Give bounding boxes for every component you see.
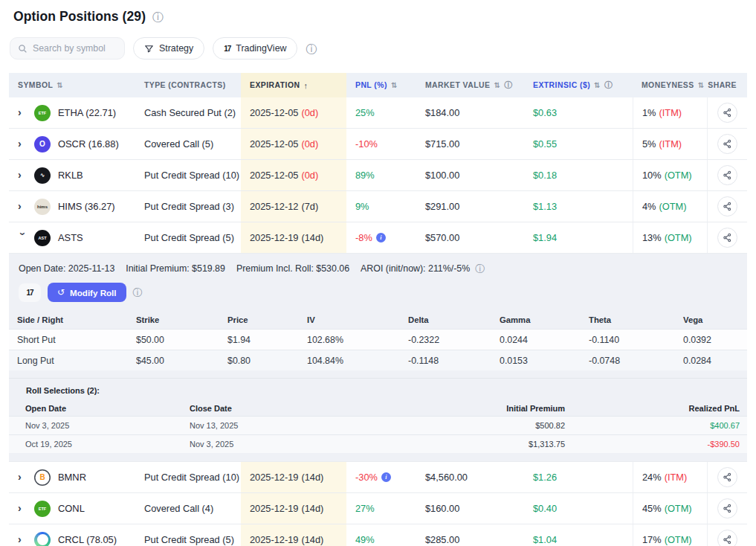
days-to-expiry: (0d)	[301, 107, 318, 118]
aroi-info-icon[interactable]: ⓘ	[475, 264, 485, 274]
tradingview-logo-icon: 17	[26, 289, 33, 297]
side-right: Long Put	[9, 356, 128, 366]
moneyness-tag: (OTM)	[665, 232, 692, 243]
table-row[interactable]: › CRCL (78.05) Put Credit Spread (5) 202…	[9, 524, 747, 546]
modify-roll-button[interactable]: ↺ Modify Roll	[48, 283, 126, 302]
share-button[interactable]	[717, 530, 737, 546]
table-header-row: SYMBOL ⇅ TYPE (CONTRACTS) EXPIRATION ↑ P…	[9, 73, 747, 97]
iv: 104.84%	[299, 356, 400, 366]
share-cell	[707, 191, 747, 222]
expiration-date: 2025-12-12	[250, 201, 298, 212]
table-row[interactable]: › B BMNR Put Credit Spread (10) 2025-12-…	[9, 462, 747, 493]
gamma: 0.0153	[491, 356, 581, 366]
legs-header-row: Side / Right Strike Price IV Delta Gamma…	[9, 310, 747, 329]
pnl-value: -10%	[355, 138, 378, 150]
pnl-cell: -8% i	[346, 222, 416, 253]
share-button[interactable]	[717, 103, 737, 123]
type-cell: Put Credit Spread (5)	[135, 222, 241, 253]
header-symbol[interactable]: SYMBOL ⇅	[9, 73, 135, 97]
expand-chevron-icon[interactable]: ›	[18, 138, 28, 150]
side-right: Short Put	[9, 335, 128, 345]
expand-chevron-icon[interactable]: ›	[17, 232, 29, 243]
legs-body: Short Put $50.00 $1.94 102.68% -0.2322 0…	[9, 329, 747, 370]
roll-open-date: Oct 19, 2025	[9, 440, 190, 449]
expand-chevron-icon[interactable]: ›	[18, 169, 28, 181]
roll-header-row: Open Date Close Date Initial Premium Rea…	[9, 400, 747, 416]
title-info-icon[interactable]: ⓘ	[152, 11, 164, 22]
roll-close-date: Nov 3, 2025	[190, 440, 394, 449]
expand-chevron-icon[interactable]: ›	[18, 106, 28, 118]
expiration-date: 2025-12-19	[250, 503, 298, 514]
strike: $50.00	[128, 335, 219, 345]
share-button[interactable]	[717, 196, 737, 216]
tradingview-chart-button[interactable]: 17	[19, 283, 41, 302]
expiration-date: 2025-12-05	[250, 170, 298, 181]
header-market-value[interactable]: MARKET VALUE ⇅ ⓘ	[416, 73, 524, 97]
symbol-name: HIMS (36.27)	[58, 201, 115, 212]
symbol-logo: hims	[34, 199, 51, 215]
market-value-cell: $184.00	[416, 97, 524, 128]
initial-premium: Initial Premium: $519.89	[126, 263, 225, 274]
pnl-cell: 89%	[346, 160, 416, 190]
symbol-logo: ETF	[34, 105, 51, 121]
type-cell: Put Credit Spread (5)	[135, 524, 241, 546]
type-cell: Covered Call (4)	[135, 493, 241, 524]
moneyness-cell: 45% (OTM)	[633, 493, 707, 524]
search-box[interactable]	[10, 37, 125, 60]
symbol-name: RKLB	[58, 170, 83, 181]
pnl-cell: 27%	[346, 493, 416, 524]
table-row[interactable]: › hims HIMS (36.27) Put Credit Spread (3…	[9, 191, 747, 222]
header-moneyness[interactable]: MONEYNESS ⇅	[633, 73, 707, 97]
share-button[interactable]	[717, 228, 737, 248]
strategy-filter-button[interactable]: Strategy	[133, 37, 204, 60]
extrinsic-cell: $0.18	[524, 160, 633, 190]
iv: 102.68%	[299, 335, 400, 345]
header-pnl[interactable]: PNL (%) ⇅	[346, 73, 416, 97]
table-row[interactable]: › ETF ETHA (22.71) Cash Secured Put (2) …	[9, 97, 747, 129]
toolbar-info-icon[interactable]: ⓘ	[306, 43, 317, 54]
toolbar: Strategy 17 TradingView ⓘ	[10, 37, 756, 60]
share-button[interactable]	[717, 165, 737, 185]
table-row[interactable]: › O OSCR (16.88) Covered Call (5) 2025-1…	[9, 129, 747, 160]
leg-row: Long Put $45.00 $0.80 104.84% -0.1148 0.…	[9, 350, 747, 370]
expand-chevron-icon[interactable]: ›	[18, 200, 28, 212]
expand-chevron-icon[interactable]: ›	[18, 533, 28, 545]
expiration-cell: 2025-12-05 (0d)	[241, 97, 346, 128]
moneyness-value: 17%	[642, 534, 662, 545]
expand-chevron-icon[interactable]: ›	[18, 471, 28, 483]
extrinsic-info-icon[interactable]: ⓘ	[604, 80, 613, 91]
share-button[interactable]	[717, 467, 737, 487]
moneyness-cell: 10% (OTM)	[633, 160, 707, 190]
table-row[interactable]: › ETF CONL Covered Call (4) 2025-12-19 (…	[9, 493, 747, 524]
pnl-info-icon[interactable]: i	[376, 233, 386, 243]
tradingview-button[interactable]: 17 TradingView	[213, 37, 297, 60]
pnl-value: 9%	[355, 201, 369, 212]
share-icon	[723, 233, 732, 243]
days-to-expiry: (14d)	[301, 472, 323, 483]
moneyness-tag: (ITM)	[659, 107, 682, 118]
pnl-cell: 25%	[346, 97, 416, 128]
header-type[interactable]: TYPE (CONTRACTS)	[135, 73, 241, 97]
symbol-cell: › ETF ETHA (22.71)	[9, 97, 135, 128]
table-row[interactable]: › AST ASTS Put Credit Spread (5) 2025-12…	[9, 222, 747, 254]
moneyness-tag: (OTM)	[659, 201, 687, 212]
search-icon	[18, 44, 28, 54]
share-icon	[723, 202, 732, 211]
symbol-cell: › ETF CONL	[9, 493, 135, 524]
positions-body: › ETF ETHA (22.71) Cash Secured Put (2) …	[9, 97, 747, 546]
expiration-cell: 2025-12-05 (0d)	[241, 129, 346, 159]
expand-chevron-icon[interactable]: ›	[18, 502, 28, 514]
modify-roll-info-icon[interactable]: ⓘ	[133, 288, 143, 298]
share-button[interactable]	[717, 134, 737, 154]
type-cell: Put Credit Spread (10)	[135, 160, 241, 190]
pnl-value: -8%	[355, 232, 372, 243]
table-row[interactable]: › ∿ RKLB Put Credit Spread (10) 2025-12-…	[9, 160, 747, 191]
header-expiration[interactable]: EXPIRATION ↑	[241, 73, 346, 97]
market-value-info-icon[interactable]: ⓘ	[504, 80, 512, 91]
gamma: 0.0244	[491, 335, 581, 345]
share-button[interactable]	[717, 498, 737, 518]
pnl-info-icon[interactable]: i	[381, 472, 391, 482]
header-extrinsic[interactable]: EXTRINSIC ($) ⇅ ⓘ	[524, 73, 633, 97]
symbol-cell: › CRCL (78.05)	[9, 524, 135, 546]
search-input[interactable]	[33, 43, 114, 54]
